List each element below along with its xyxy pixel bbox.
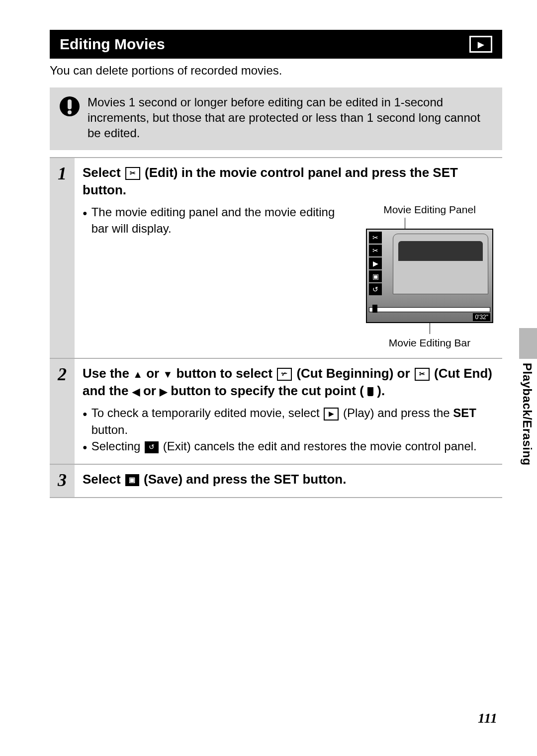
edit-scissors-icon: ✂ xyxy=(125,167,140,180)
cut-marker xyxy=(372,305,377,313)
play-icon: ▶ xyxy=(324,408,339,420)
panel-exit-icon: ↺ xyxy=(369,283,382,295)
save-icon: ▣ xyxy=(125,474,139,486)
movie-editing-bar xyxy=(369,307,490,312)
cut-end-icon: ✂ xyxy=(415,368,430,381)
bullet-icon: ● xyxy=(83,208,88,219)
cut-point-marker-icon xyxy=(367,387,373,396)
step-number: 2 xyxy=(50,359,75,464)
svg-rect-1 xyxy=(68,99,72,109)
bullet-icon: ● xyxy=(83,409,88,420)
step-2: 2 Use the ▲ or ▼ button to select ✃ (Cut… xyxy=(50,358,502,464)
movie-editing-bar-label: Movie Editing Bar xyxy=(360,337,499,349)
clip-time: 0'32" xyxy=(473,313,490,321)
caution-icon xyxy=(59,95,81,141)
section-title: Editing Movies xyxy=(60,36,165,53)
right-arrow-icon: ▶ xyxy=(160,386,167,397)
section-title-bar: Editing Movies ▶ xyxy=(50,30,502,59)
movie-editing-panel-label: Movie Editing Panel xyxy=(360,204,499,216)
cut-beginning-icon: ✃ xyxy=(277,368,292,381)
sample-frame xyxy=(393,234,488,294)
panel-cutbegin-icon: ✂ xyxy=(369,232,382,244)
steps-list: 1 Select ✂ (Edit) in the movie control p… xyxy=(50,157,502,498)
warning-box: Movies 1 second or longer before editing… xyxy=(50,87,502,150)
step2-heading: Use the ▲ or ▼ button to select ✃ (Cut B… xyxy=(83,365,499,400)
side-tab-marker xyxy=(519,328,537,359)
step1-bullet: ● The movie editing panel and the movie … xyxy=(83,204,345,237)
step3-heading: Select ▣ (Save) and press the SET button… xyxy=(83,471,499,488)
warning-text: Movies 1 second or longer before editing… xyxy=(88,94,493,141)
side-tab-label: Playback/Erasing xyxy=(520,363,534,466)
playback-mode-icon: ▶ xyxy=(469,36,492,53)
svg-point-2 xyxy=(68,110,72,114)
pointer-line xyxy=(405,218,499,230)
step-3: 3 Select ▣ (Save) and press the SET butt… xyxy=(50,464,502,498)
left-arrow-icon: ◀ xyxy=(132,386,140,397)
step2-bullet1: ● To check a temporarily edited movie, s… xyxy=(83,405,499,438)
step-1: 1 Select ✂ (Edit) in the movie control p… xyxy=(50,157,502,358)
down-arrow-icon: ▼ xyxy=(163,368,173,379)
exit-icon: ↺ xyxy=(145,441,159,453)
side-tab: Playback/Erasing xyxy=(515,328,537,497)
step1-heading: Select ✂ (Edit) in the movie control pan… xyxy=(83,164,499,199)
up-arrow-icon: ▲ xyxy=(133,368,143,379)
step-number: 1 xyxy=(50,158,75,358)
intro-text: You can delete portions of recorded movi… xyxy=(50,64,502,78)
panel-cutend-icon: ✂ xyxy=(369,245,382,256)
step-number: 3 xyxy=(50,465,75,497)
edit-panel-icons: ✂ ✂ ▶ ▣ ↺ xyxy=(369,232,382,295)
bullet-icon: ● xyxy=(83,442,88,453)
step2-bullet2: ● Selecting ↺ (Exit) cancels the edit an… xyxy=(83,438,499,455)
movie-editing-screenshot: ✂ ✂ ▶ ▣ ↺ 0'32" xyxy=(366,229,493,323)
panel-play-icon: ▶ xyxy=(369,257,382,269)
figure-column: Movie Editing Panel ✂ ✂ ▶ ▣ ↺ xyxy=(360,204,499,349)
pointer-line xyxy=(430,322,499,334)
page-number: 111 xyxy=(478,710,497,726)
panel-save-icon: ▣ xyxy=(369,270,382,282)
